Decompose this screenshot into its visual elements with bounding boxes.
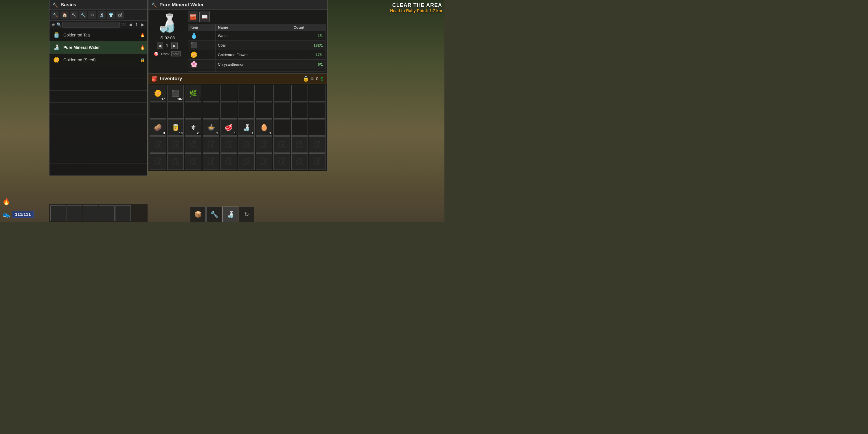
inv-slot-10[interactable] (150, 102, 166, 119)
bottom-hotbar-slot-2[interactable]: 🔧 (206, 207, 222, 222)
cat-pickaxe[interactable]: ⛏ (70, 11, 78, 19)
inv-slot-20[interactable]: 🥔3 (150, 119, 166, 136)
inv-slot-13[interactable] (203, 102, 219, 119)
inventory-icons: 🔒 ≡ (303, 75, 314, 82)
inv-slot-27[interactable] (273, 119, 290, 136)
inventory-lock-icon[interactable]: 🔒 (303, 75, 309, 82)
health-bar: 👟 111/111 (2, 210, 34, 218)
inv-slot-18[interactable] (291, 102, 308, 119)
schematic-icon-1[interactable]: 🧱 (188, 11, 198, 22)
inv-slot-15[interactable] (238, 102, 255, 119)
inv-slot-44[interactable] (220, 153, 237, 170)
inventory-list-icon[interactable]: ≡ (311, 76, 314, 82)
favorites-button[interactable]: ★ (51, 22, 55, 28)
empty-recipe-row-3 (50, 91, 147, 103)
qty-decrease-button[interactable]: ◀ (157, 42, 163, 49)
prev-page-button[interactable]: ◀ (128, 22, 133, 27)
inv-slot-36[interactable] (256, 136, 272, 153)
clear-search-button[interactable]: ⌫ (121, 22, 126, 27)
inv-slot-38[interactable] (291, 136, 308, 153)
inv-slot-14[interactable] (220, 102, 237, 119)
inv-slot-39[interactable] (309, 136, 326, 153)
next-page-button[interactable]: ▶ (140, 22, 146, 27)
bottom-hotbar-slot-3[interactable]: 🍶 (222, 207, 238, 222)
recipe-item-goldenrod-tea[interactable]: 🫙 Goldenrod Tea 🔥 (50, 29, 147, 41)
inv-slot-40[interactable] (150, 153, 166, 170)
inv-slot-23[interactable]: 🍲1 (203, 119, 219, 136)
ingredient-count-coal: 182/1 (291, 40, 326, 50)
inv-slot-1[interactable]: ⬛182 (167, 85, 184, 101)
ingredient-count-goldenrod-flower: 17/1 (291, 50, 326, 60)
cat-home[interactable]: 🏠 (60, 11, 69, 19)
inv-slot-45[interactable] (238, 153, 255, 170)
qty-increase-button[interactable]: ▶ (171, 42, 178, 49)
objective-panel: CLEAR THE AREA Head to Rally Point: 1.7 … (390, 2, 442, 13)
col-header-count: Count (291, 24, 326, 31)
inv-slot-32[interactable] (185, 136, 202, 153)
inv-slot-11[interactable] (167, 102, 184, 119)
detail-hammer-icon: 🔨 (151, 2, 157, 8)
inv-slot-8[interactable] (291, 85, 308, 101)
inv-slot-48[interactable] (291, 153, 308, 170)
track-key: <A> (171, 51, 181, 56)
inv-slot-49[interactable] (309, 153, 326, 170)
cat-science[interactable]: 🔬 (97, 11, 105, 19)
inv-slot-35[interactable] (238, 136, 255, 153)
inv-slot-16[interactable] (256, 102, 272, 119)
recipe-item-goldenrod-seed[interactable]: 🌼 Goldenrod (Seed) 🔒 (50, 54, 147, 66)
ingredient-name-goldenrod-flower: Goldenrod Flower (216, 50, 291, 60)
inv-slot-17[interactable] (273, 102, 290, 119)
inv-slot-41[interactable] (167, 153, 184, 170)
search-input[interactable] (62, 22, 120, 28)
cat-hammer[interactable]: 🔨 (51, 11, 59, 19)
recipe-name-goldenrod-seed: Goldenrod (Seed) (63, 58, 138, 62)
inv-slot-5[interactable] (238, 85, 255, 101)
cat-clothes[interactable]: 👕 (107, 11, 115, 19)
inv-slot-3[interactable] (203, 85, 219, 101)
cat-tools[interactable]: 🔧 (79, 11, 87, 19)
inv-count-22: 26 (197, 131, 200, 135)
inv-slot-22[interactable]: 🗡26 (185, 119, 202, 136)
inv-slot-29[interactable] (309, 119, 326, 136)
basics-title: Basics (60, 2, 76, 8)
ingredient-name-water: Water (216, 31, 291, 40)
health-badge: 111/111 (12, 211, 34, 218)
inv-slot-30[interactable] (150, 136, 166, 153)
inv-slot-25[interactable]: 🍶1 (238, 119, 255, 136)
inv-slot-47[interactable] (273, 153, 290, 170)
inv-slot-0[interactable]: 🌼17 (150, 85, 166, 101)
inv-slot-37[interactable] (273, 136, 290, 153)
ingredient-name-chrysanthemum: Chrysanthemum (216, 60, 291, 69)
inv-slot-42[interactable] (185, 153, 202, 170)
ingredient-count-water: 1/1 (291, 31, 326, 40)
inv-slot-12[interactable] (185, 102, 202, 119)
inv-slot-33[interactable] (203, 136, 219, 153)
inv-slot-28[interactable] (291, 119, 308, 136)
inv-slot-24[interactable]: 🥩1 (220, 119, 237, 136)
inv-slot-34[interactable] (220, 136, 237, 153)
inv-slot-21[interactable]: 🥫10 (167, 119, 184, 136)
cat-scissors[interactable]: ✂ (88, 11, 96, 19)
ingredient-chrysanthemum: 🌸 Chrysanthemum 6/1 (188, 60, 326, 69)
recipe-item-pure-mineral-water[interactable]: 🍶 Pure Mineral Water 🔥 (50, 41, 147, 54)
bottom-hotbar-refresh[interactable]: ↻ (239, 207, 254, 222)
inv-slot-4[interactable] (220, 85, 237, 101)
inv-slot-7[interactable] (273, 85, 290, 101)
recipe-icon-goldenrod-tea: 🫙 (52, 30, 61, 40)
cat-furniture[interactable]: 🛋 (116, 11, 124, 19)
inv-slot-31[interactable] (167, 136, 184, 153)
inv-slot-2[interactable]: 🌿6 (185, 85, 202, 101)
bottom-hotbar-slot-1[interactable]: 📦 (190, 207, 206, 222)
col-header-name: Name (216, 24, 291, 31)
empty-recipe-row-2 (50, 79, 147, 91)
inv-slot-43[interactable] (203, 153, 219, 170)
col-header-item: Item (188, 24, 216, 31)
schematic-icon-2[interactable]: 📖 (199, 11, 210, 22)
inv-slot-26[interactable]: 🥚1 (256, 119, 272, 136)
inv-slot-6[interactable] (256, 85, 272, 101)
ingredients-panel: 🧱 📖 Item Name Count 💧 Water 1/1 (186, 10, 327, 73)
inv-slot-9[interactable] (309, 85, 326, 101)
inv-slot-46[interactable] (256, 153, 272, 170)
inv-slot-19[interactable] (309, 102, 326, 119)
ingredients-table: Item Name Count 💧 Water 1/1 ⬛ Coal 182/1 (188, 24, 326, 72)
